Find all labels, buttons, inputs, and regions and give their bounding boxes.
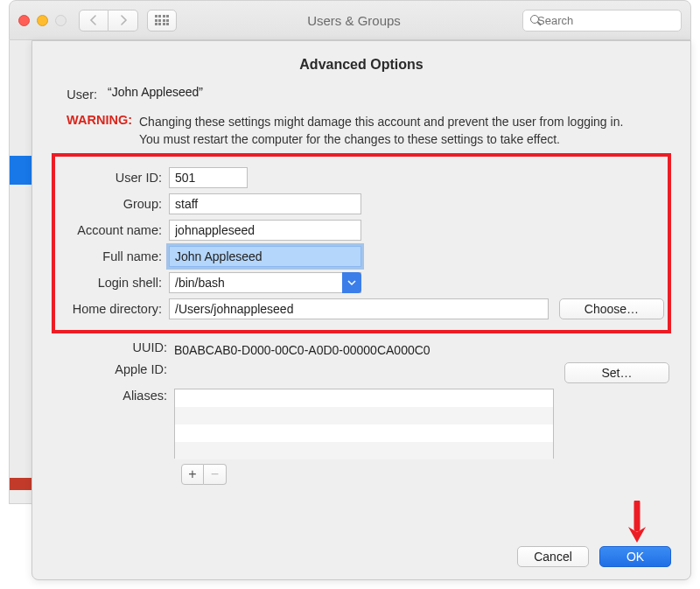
choose-button[interactable]: Choose… <box>559 298 664 319</box>
add-alias-button[interactable]: + <box>181 464 204 485</box>
forward-button[interactable] <box>108 10 138 32</box>
grid-icon <box>155 15 170 25</box>
advanced-options-dialog: Advanced Options User: “John Appleseed” … <box>32 40 691 580</box>
group-field[interactable] <box>169 193 361 214</box>
window-title: Users & Groups <box>186 13 522 28</box>
user-id-field[interactable] <box>169 167 248 188</box>
warning-label: WARNING: <box>52 113 139 127</box>
nav-buttons <box>79 10 138 32</box>
full-name-label: Full name: <box>57 249 169 263</box>
login-shell-label: Login shell: <box>57 276 169 290</box>
login-shell-field[interactable] <box>169 272 361 293</box>
show-all-button[interactable] <box>147 10 177 32</box>
back-button[interactable] <box>79 10 108 32</box>
sidebar-lock-hint <box>10 478 33 490</box>
group-label: Group: <box>57 197 169 211</box>
chevron-left-icon <box>89 15 98 25</box>
aliases-label: Aliases: <box>52 389 174 403</box>
highlight-box: User ID: Group: Account name: Full name:… <box>52 153 671 333</box>
uuid-value: B0ABCAB0-D000-00C0-A0D0-00000CA000C0 <box>174 340 430 357</box>
login-shell-combo[interactable] <box>169 272 361 293</box>
sidebar-selection <box>10 156 33 185</box>
minimize-window-icon[interactable] <box>37 15 48 26</box>
warning-text: Changing these settings might damage thi… <box>139 113 629 148</box>
zoom-window-icon <box>55 15 66 26</box>
full-name-field[interactable] <box>169 246 361 267</box>
arrow-annotation-icon <box>626 501 648 544</box>
set-apple-id-button[interactable]: Set… <box>564 362 669 383</box>
uuid-label: UUID: <box>52 340 174 354</box>
sidebar <box>10 40 33 503</box>
ok-button[interactable]: OK <box>599 546 671 567</box>
user-value: “John Appleseed” <box>104 85 671 99</box>
search-input[interactable] <box>536 13 686 28</box>
apple-id-label: Apple ID: <box>52 362 174 376</box>
traffic-lights <box>18 15 66 26</box>
dialog-title: Advanced Options <box>52 57 671 73</box>
chevron-right-icon <box>119 15 128 25</box>
home-dir-label: Home directory: <box>57 302 169 316</box>
cancel-button[interactable]: Cancel <box>517 546 589 567</box>
add-remove-group: + − <box>181 464 671 485</box>
search-field-wrap[interactable] <box>522 10 682 32</box>
chevron-down-icon[interactable] <box>342 272 361 293</box>
aliases-listbox[interactable] <box>174 389 554 459</box>
window-titlebar: Users & Groups <box>9 0 691 40</box>
close-window-icon[interactable] <box>18 15 30 26</box>
home-dir-field[interactable] <box>169 298 549 319</box>
user-label: User: <box>52 85 104 104</box>
remove-alias-button[interactable]: − <box>204 464 227 485</box>
account-name-field[interactable] <box>169 220 361 241</box>
account-name-label: Account name: <box>57 223 169 237</box>
user-id-label: User ID: <box>57 171 169 185</box>
dialog-footer: Cancel OK <box>517 546 671 567</box>
